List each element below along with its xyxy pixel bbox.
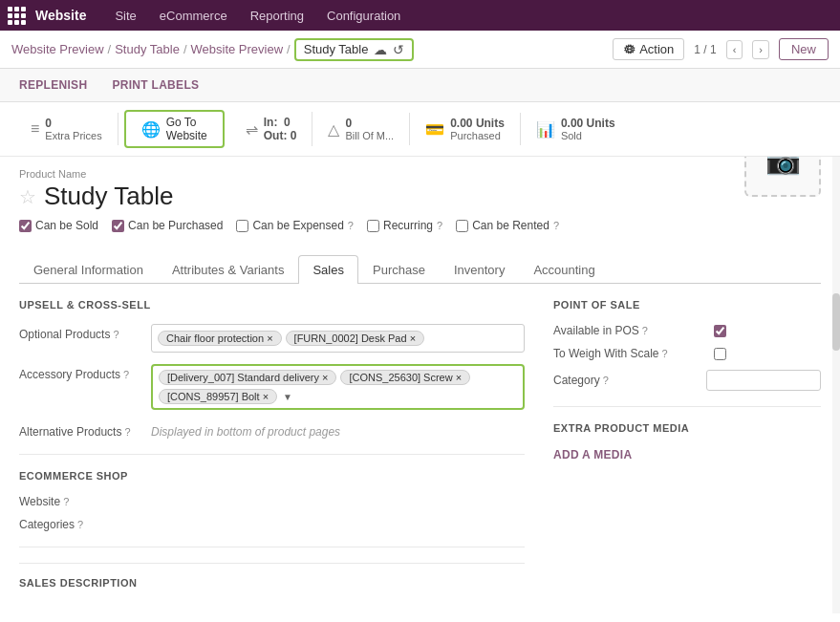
apps-grid-icon[interactable] bbox=[8, 7, 26, 25]
website-icon: 🌐 bbox=[141, 120, 161, 139]
action-button[interactable]: ⚙ ⚙ Action bbox=[613, 38, 684, 60]
breadcrumb-actions: ⚙ ⚙ Action 1 / 1 ‹ › New bbox=[613, 38, 829, 60]
sold-label: Sold bbox=[561, 130, 615, 141]
weigh-scale-checkbox[interactable] bbox=[714, 348, 726, 360]
checkbox-can-be-rented[interactable]: Can be Rented ? bbox=[456, 219, 559, 232]
pos-section-title: POINT OF SALE bbox=[553, 299, 821, 311]
camera-plus-icon: 📷 bbox=[765, 157, 801, 176]
category-label: Category ? bbox=[553, 374, 699, 387]
breadcrumb-study-table-1[interactable]: Study Table bbox=[115, 42, 180, 56]
favorite-star-icon[interactable]: ☆ bbox=[19, 185, 36, 208]
tab-purchase[interactable]: Purchase bbox=[358, 255, 440, 284]
product-header: Product Name ☆ Study Table Can be Sold bbox=[19, 168, 821, 244]
breadcrumb-website-preview-2[interactable]: Website Preview bbox=[191, 42, 284, 56]
print-labels-button[interactable]: PRINT LABELS bbox=[104, 75, 206, 96]
tag-desk-pad[interactable]: [FURN_0002] Desk Pad × bbox=[286, 331, 424, 346]
stat-purchased[interactable]: 💳 0.00 Units Purchased bbox=[410, 113, 521, 145]
stat-in-out[interactable]: ⇌ In: 0 Out: 0 bbox=[230, 112, 313, 146]
product-name-label: Product Name bbox=[19, 168, 744, 180]
upsell-section-title: UPSELL & CROSS-SELL bbox=[19, 299, 525, 311]
tag-chair-floor-protection[interactable]: Chair floor protection × bbox=[158, 331, 282, 346]
cloud-icon: ☁ bbox=[374, 42, 387, 57]
bom-label: Bill Of M... bbox=[345, 130, 394, 141]
transfer-icon: ⇌ bbox=[246, 120, 258, 139]
recurring-help-icon: ? bbox=[437, 220, 442, 231]
categories-row: Categories ? bbox=[19, 518, 525, 531]
accessory-products-help-icon: ? bbox=[123, 369, 129, 380]
can-be-rented-input[interactable] bbox=[456, 220, 468, 232]
dropdown-arrow-icon: ▼ bbox=[283, 392, 292, 402]
tab-general-information[interactable]: General Information bbox=[19, 255, 158, 284]
nav-site[interactable]: Site bbox=[105, 0, 145, 31]
accessory-products-row: Accessory Products ? [Delivery_007] Stan… bbox=[19, 364, 525, 410]
alternative-products-placeholder: Displayed in bottom of product pages bbox=[151, 421, 525, 439]
can-be-expensed-input[interactable] bbox=[236, 220, 248, 232]
tab-sales[interactable]: Sales bbox=[298, 255, 358, 284]
pos-help-icon: ? bbox=[642, 325, 648, 336]
extra-media-title: EXTRA PRODUCT MEDIA bbox=[553, 422, 821, 434]
replenish-button[interactable]: REPLENISH bbox=[11, 75, 95, 96]
stats-bar: ≡ 0 Extra Prices 🌐 Go ToWebsite ⇌ In: 0 … bbox=[0, 102, 840, 157]
stat-bom-content: 0 Bill Of M... bbox=[345, 117, 394, 141]
recurring-input[interactable] bbox=[367, 220, 379, 232]
optional-products-value: Chair floor protection × [FURN_0002] Des… bbox=[151, 324, 525, 353]
breadcrumb-website-preview-1[interactable]: Website Preview bbox=[11, 42, 104, 56]
website-help-icon: ? bbox=[63, 496, 69, 507]
accessory-products-value: [Delivery_007] Standard delivery × [CONS… bbox=[151, 364, 525, 410]
sold-icon: 📊 bbox=[536, 120, 555, 139]
nav-reporting[interactable]: Reporting bbox=[241, 0, 313, 31]
tab-inventory[interactable]: Inventory bbox=[440, 255, 519, 284]
action-label: ⚙ Action bbox=[625, 42, 674, 56]
go-to-website-button[interactable]: 🌐 Go ToWebsite bbox=[124, 110, 225, 148]
tag-screw[interactable]: [CONS_25630] Screw × bbox=[340, 370, 470, 385]
can-be-purchased-label: Can be Purchased bbox=[128, 219, 223, 232]
alternative-products-label: Alternative Products ? bbox=[19, 421, 143, 439]
can-be-sold-label: Can be Sold bbox=[35, 219, 98, 232]
prev-button[interactable]: ‹ bbox=[726, 40, 743, 59]
available-in-pos-row: Available in POS ? bbox=[553, 324, 821, 337]
checkbox-can-be-expensed[interactable]: Can be Expensed ? bbox=[236, 219, 354, 232]
scrollbar-track bbox=[832, 157, 840, 613]
available-in-pos-label: Available in POS ? bbox=[553, 324, 706, 337]
available-in-pos-checkbox[interactable] bbox=[714, 325, 726, 337]
product-image[interactable]: 📷 bbox=[744, 157, 821, 197]
tab-accounting[interactable]: Accounting bbox=[519, 255, 609, 284]
nav-ecommerce[interactable]: eCommerce bbox=[150, 0, 237, 31]
category-help-icon: ? bbox=[603, 375, 609, 386]
checkbox-recurring[interactable]: Recurring ? bbox=[367, 219, 442, 232]
can-be-purchased-input[interactable] bbox=[112, 220, 124, 232]
list-icon: ≡ bbox=[31, 120, 39, 138]
checkbox-can-be-purchased[interactable]: Can be Purchased bbox=[112, 219, 223, 232]
add-media-button[interactable]: ADD A MEDIA bbox=[553, 448, 632, 461]
stat-extra-prices-content: 0 Extra Prices bbox=[45, 117, 101, 141]
checkbox-can-be-sold[interactable]: Can be Sold bbox=[19, 219, 98, 232]
weigh-scale-label: To Weigh With Scale ? bbox=[553, 347, 706, 360]
stat-extra-prices[interactable]: ≡ 0 Extra Prices bbox=[11, 113, 118, 145]
pos-section: POINT OF SALE Available in POS ? To Weig… bbox=[553, 299, 821, 602]
sold-value: 0.00 Units bbox=[561, 117, 615, 130]
stat-bom[interactable]: △ 0 Bill Of M... bbox=[312, 113, 410, 145]
accessory-products-input[interactable]: [Delivery_007] Standard delivery × [CONS… bbox=[151, 364, 525, 410]
can-be-sold-input[interactable] bbox=[19, 220, 32, 232]
tag-standard-delivery[interactable]: [Delivery_007] Standard delivery × bbox=[159, 370, 336, 385]
category-input[interactable] bbox=[706, 370, 821, 391]
optional-products-label: Optional Products ? bbox=[19, 324, 143, 341]
stat-purchased-content: 0.00 Units Purchased bbox=[450, 117, 505, 141]
section-divider bbox=[19, 454, 525, 455]
tab-attributes-variants[interactable]: Attributes & Variants bbox=[158, 255, 299, 284]
tag-bolt[interactable]: [CONS_89957] Bolt × bbox=[159, 389, 277, 404]
purchased-icon: 💳 bbox=[425, 120, 444, 139]
nav-configuration[interactable]: Configuration bbox=[317, 0, 410, 31]
stat-sold[interactable]: 📊 0.00 Units Sold bbox=[521, 113, 631, 145]
checkboxes-row: Can be Sold Can be Purchased Can be Expe… bbox=[19, 219, 744, 232]
refresh-icon[interactable]: ↺ bbox=[393, 42, 404, 57]
top-navigation: Website Site eCommerce Reporting Configu… bbox=[0, 0, 840, 31]
optional-products-input[interactable]: Chair floor protection × [FURN_0002] Des… bbox=[151, 324, 525, 353]
upsell-section: UPSELL & CROSS-SELL Optional Products ? … bbox=[19, 299, 525, 602]
bom-icon: △ bbox=[328, 120, 339, 139]
scrollbar-thumb[interactable] bbox=[832, 293, 840, 351]
optional-products-help-icon: ? bbox=[113, 329, 118, 340]
breadcrumb: Website Preview / Study Table / Website … bbox=[11, 38, 414, 61]
next-button[interactable]: › bbox=[752, 40, 769, 59]
new-button[interactable]: New bbox=[779, 38, 829, 60]
